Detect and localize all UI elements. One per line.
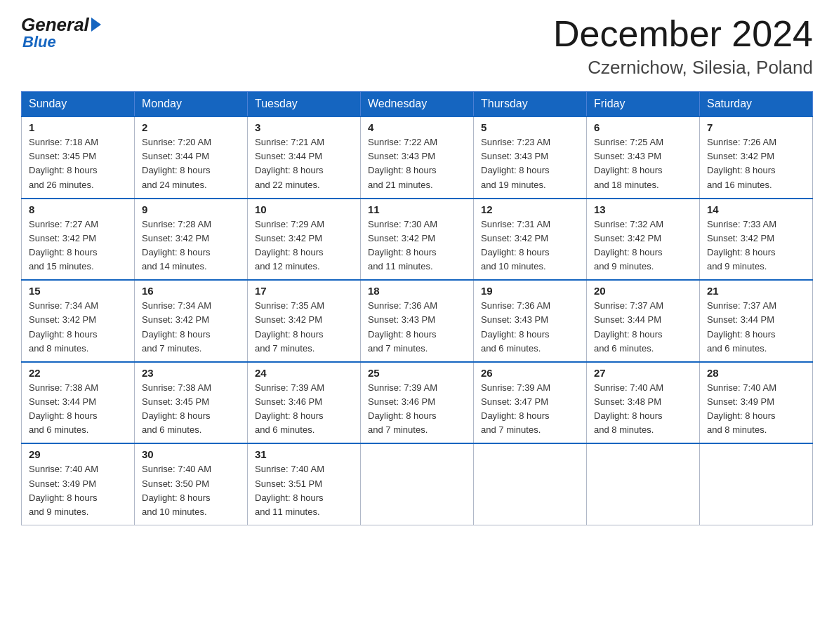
calendar-day-cell: 16 Sunrise: 7:34 AM Sunset: 3:42 PM Dayl… xyxy=(135,280,248,362)
calendar-day-cell: 29 Sunrise: 7:40 AM Sunset: 3:49 PM Dayl… xyxy=(22,443,135,525)
day-number: 14 xyxy=(707,203,805,215)
day-number: 6 xyxy=(594,121,692,133)
day-info: Sunrise: 7:37 AM Sunset: 3:44 PM Dayligh… xyxy=(707,299,805,356)
day-info: Sunrise: 7:26 AM Sunset: 3:42 PM Dayligh… xyxy=(707,135,805,192)
calendar-day-cell: 21 Sunrise: 7:37 AM Sunset: 3:44 PM Dayl… xyxy=(700,280,813,362)
day-number: 16 xyxy=(142,285,240,297)
day-info: Sunrise: 7:36 AM Sunset: 3:43 PM Dayligh… xyxy=(481,299,579,356)
calendar-day-cell: 3 Sunrise: 7:21 AM Sunset: 3:44 PM Dayli… xyxy=(248,116,361,199)
logo-arrow-icon xyxy=(91,18,101,32)
weekday-header-tuesday: Tuesday xyxy=(248,92,361,117)
day-info: Sunrise: 7:20 AM Sunset: 3:44 PM Dayligh… xyxy=(142,135,240,192)
calendar-day-cell: 10 Sunrise: 7:29 AM Sunset: 3:42 PM Dayl… xyxy=(248,199,361,281)
day-info: Sunrise: 7:40 AM Sunset: 3:48 PM Dayligh… xyxy=(594,381,692,438)
day-number: 15 xyxy=(29,285,127,297)
weekday-header-monday: Monday xyxy=(135,92,248,117)
day-number: 3 xyxy=(255,121,353,133)
day-info: Sunrise: 7:38 AM Sunset: 3:45 PM Dayligh… xyxy=(142,381,240,438)
day-number: 21 xyxy=(707,285,805,297)
day-number: 27 xyxy=(594,367,692,379)
calendar-day-cell: 14 Sunrise: 7:33 AM Sunset: 3:42 PM Dayl… xyxy=(700,199,813,281)
weekday-header-sunday: Sunday xyxy=(22,92,135,117)
calendar-week-row: 22 Sunrise: 7:38 AM Sunset: 3:44 PM Dayl… xyxy=(22,362,813,444)
calendar-day-cell: 12 Sunrise: 7:31 AM Sunset: 3:42 PM Dayl… xyxy=(474,199,587,281)
calendar-day-cell: 4 Sunrise: 7:22 AM Sunset: 3:43 PM Dayli… xyxy=(361,116,474,199)
day-number: 17 xyxy=(255,285,353,297)
logo: General Blue xyxy=(21,14,101,51)
day-number: 25 xyxy=(368,367,466,379)
page-title: December 2024 xyxy=(553,14,813,54)
day-info: Sunrise: 7:35 AM Sunset: 3:42 PM Dayligh… xyxy=(255,299,353,356)
calendar-day-cell: 30 Sunrise: 7:40 AM Sunset: 3:50 PM Dayl… xyxy=(135,443,248,525)
day-info: Sunrise: 7:37 AM Sunset: 3:44 PM Dayligh… xyxy=(594,299,692,356)
day-number: 2 xyxy=(142,121,240,133)
calendar-day-cell: 6 Sunrise: 7:25 AM Sunset: 3:43 PM Dayli… xyxy=(587,116,700,199)
calendar-day-cell: 26 Sunrise: 7:39 AM Sunset: 3:47 PM Dayl… xyxy=(474,362,587,444)
day-number: 28 xyxy=(707,367,805,379)
calendar-week-row: 15 Sunrise: 7:34 AM Sunset: 3:42 PM Dayl… xyxy=(22,280,813,362)
weekday-header-saturday: Saturday xyxy=(700,92,813,117)
calendar-day-cell: 28 Sunrise: 7:40 AM Sunset: 3:49 PM Dayl… xyxy=(700,362,813,444)
calendar-day-cell: 27 Sunrise: 7:40 AM Sunset: 3:48 PM Dayl… xyxy=(587,362,700,444)
day-number: 19 xyxy=(481,285,579,297)
day-number: 24 xyxy=(255,367,353,379)
calendar-day-cell: 5 Sunrise: 7:23 AM Sunset: 3:43 PM Dayli… xyxy=(474,116,587,199)
calendar-day-cell: 31 Sunrise: 7:40 AM Sunset: 3:51 PM Dayl… xyxy=(248,443,361,525)
calendar-day-cell: 17 Sunrise: 7:35 AM Sunset: 3:42 PM Dayl… xyxy=(248,280,361,362)
day-number: 9 xyxy=(142,203,240,215)
calendar-day-cell: 7 Sunrise: 7:26 AM Sunset: 3:42 PM Dayli… xyxy=(700,116,813,199)
day-info: Sunrise: 7:27 AM Sunset: 3:42 PM Dayligh… xyxy=(29,217,127,274)
day-number: 26 xyxy=(481,367,579,379)
day-number: 4 xyxy=(368,121,466,133)
day-info: Sunrise: 7:39 AM Sunset: 3:46 PM Dayligh… xyxy=(255,381,353,438)
calendar-day-cell: 2 Sunrise: 7:20 AM Sunset: 3:44 PM Dayli… xyxy=(135,116,248,199)
day-info: Sunrise: 7:39 AM Sunset: 3:46 PM Dayligh… xyxy=(368,381,466,438)
page-subtitle: Czernichow, Silesia, Poland xyxy=(553,57,813,79)
calendar-week-row: 1 Sunrise: 7:18 AM Sunset: 3:45 PM Dayli… xyxy=(22,116,813,199)
calendar-day-cell: 8 Sunrise: 7:27 AM Sunset: 3:42 PM Dayli… xyxy=(22,199,135,281)
day-info: Sunrise: 7:21 AM Sunset: 3:44 PM Dayligh… xyxy=(255,135,353,192)
calendar-day-cell: 13 Sunrise: 7:32 AM Sunset: 3:42 PM Dayl… xyxy=(587,199,700,281)
day-number: 31 xyxy=(255,448,353,460)
day-number: 8 xyxy=(29,203,127,215)
day-info: Sunrise: 7:18 AM Sunset: 3:45 PM Dayligh… xyxy=(29,135,127,192)
calendar-week-row: 29 Sunrise: 7:40 AM Sunset: 3:49 PM Dayl… xyxy=(22,443,813,525)
day-number: 7 xyxy=(707,121,805,133)
day-number: 12 xyxy=(481,203,579,215)
day-number: 22 xyxy=(29,367,127,379)
calendar-day-cell: 22 Sunrise: 7:38 AM Sunset: 3:44 PM Dayl… xyxy=(22,362,135,444)
day-info: Sunrise: 7:22 AM Sunset: 3:43 PM Dayligh… xyxy=(368,135,466,192)
day-info: Sunrise: 7:40 AM Sunset: 3:51 PM Dayligh… xyxy=(255,462,353,519)
calendar-day-cell: 11 Sunrise: 7:30 AM Sunset: 3:42 PM Dayl… xyxy=(361,199,474,281)
calendar-day-cell: 18 Sunrise: 7:36 AM Sunset: 3:43 PM Dayl… xyxy=(361,280,474,362)
day-number: 1 xyxy=(29,121,127,133)
day-info: Sunrise: 7:32 AM Sunset: 3:42 PM Dayligh… xyxy=(594,217,692,274)
weekday-header-wednesday: Wednesday xyxy=(361,92,474,117)
calendar-day-cell: 15 Sunrise: 7:34 AM Sunset: 3:42 PM Dayl… xyxy=(22,280,135,362)
day-info: Sunrise: 7:40 AM Sunset: 3:49 PM Dayligh… xyxy=(29,462,127,519)
day-number: 11 xyxy=(368,203,466,215)
day-number: 29 xyxy=(29,448,127,460)
logo-blue-text: Blue xyxy=(22,33,56,51)
calendar-day-cell xyxy=(361,443,474,525)
day-info: Sunrise: 7:25 AM Sunset: 3:43 PM Dayligh… xyxy=(594,135,692,192)
day-info: Sunrise: 7:28 AM Sunset: 3:42 PM Dayligh… xyxy=(142,217,240,274)
calendar-day-cell: 24 Sunrise: 7:39 AM Sunset: 3:46 PM Dayl… xyxy=(248,362,361,444)
calendar-day-cell: 23 Sunrise: 7:38 AM Sunset: 3:45 PM Dayl… xyxy=(135,362,248,444)
day-number: 18 xyxy=(368,285,466,297)
title-block: December 2024 Czernichow, Silesia, Polan… xyxy=(553,14,813,79)
day-info: Sunrise: 7:30 AM Sunset: 3:42 PM Dayligh… xyxy=(368,217,466,274)
page-header: General Blue December 2024 Czernichow, S… xyxy=(21,14,813,79)
day-info: Sunrise: 7:34 AM Sunset: 3:42 PM Dayligh… xyxy=(29,299,127,356)
day-info: Sunrise: 7:39 AM Sunset: 3:47 PM Dayligh… xyxy=(481,381,579,438)
day-number: 13 xyxy=(594,203,692,215)
day-info: Sunrise: 7:40 AM Sunset: 3:49 PM Dayligh… xyxy=(707,381,805,438)
weekday-header-row: SundayMondayTuesdayWednesdayThursdayFrid… xyxy=(22,92,813,117)
calendar-day-cell xyxy=(700,443,813,525)
day-info: Sunrise: 7:34 AM Sunset: 3:42 PM Dayligh… xyxy=(142,299,240,356)
weekday-header-friday: Friday xyxy=(587,92,700,117)
day-info: Sunrise: 7:33 AM Sunset: 3:42 PM Dayligh… xyxy=(707,217,805,274)
calendar-day-cell xyxy=(587,443,700,525)
day-info: Sunrise: 7:40 AM Sunset: 3:50 PM Dayligh… xyxy=(142,462,240,519)
calendar-table: SundayMondayTuesdayWednesdayThursdayFrid… xyxy=(21,91,813,525)
